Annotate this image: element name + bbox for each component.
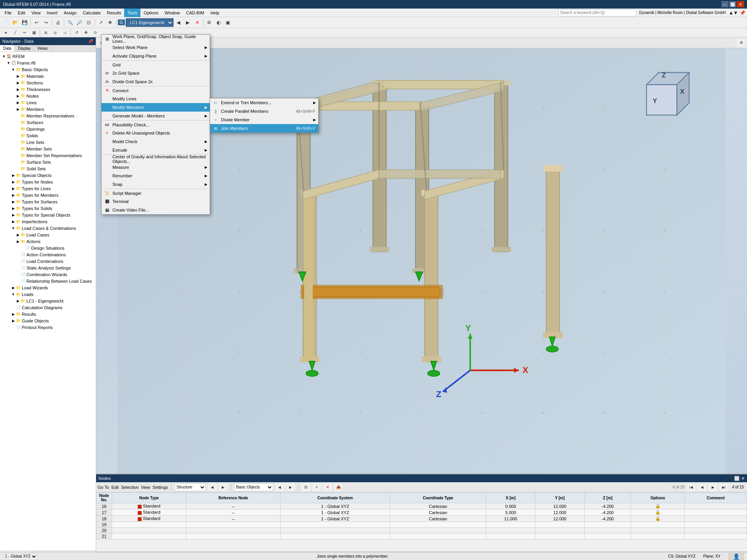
menu-clipping-plane[interactable]: Activate Clipping Plane ▶ — [102, 52, 210, 60]
nodes-export-btn[interactable]: 📤 — [334, 483, 343, 492]
menu-terminal[interactable]: ⬛ Terminal — [102, 197, 210, 206]
nodes-edit[interactable]: Edit — [111, 485, 119, 490]
nav-tab-views[interactable]: Views — [34, 45, 51, 52]
save-button[interactable]: 💾 — [20, 18, 29, 27]
nodes-next2-btn[interactable]: ▶ — [708, 483, 717, 492]
tree-types-lines[interactable]: ▶ 📁 Types for Lines — [1, 185, 95, 192]
tree-results[interactable]: ▶ 📁 Results — [1, 311, 95, 317]
tree-line-sets[interactable]: 📁 Line Sets — [1, 139, 95, 145]
nodes-first-btn[interactable]: |◀ — [687, 483, 695, 492]
tree-arrow-rlc[interactable] — [16, 279, 20, 284]
menu-2x-grid[interactable]: 2x 2x Grid Space — [102, 69, 210, 77]
nodes-settings[interactable]: Settings — [153, 485, 168, 490]
menu-insert[interactable]: Insert — [44, 9, 61, 17]
tree-arrow-types-members[interactable]: ▶ — [11, 193, 16, 198]
nodes-add-btn[interactable]: + — [312, 483, 321, 492]
tree-types-members[interactable]: ▶ 📁 Types for Members — [1, 192, 95, 198]
pan-btn[interactable]: ✥ — [82, 28, 90, 37]
menu-model-check[interactable]: Model Check ▶ — [102, 137, 210, 146]
tree-arrow-pr[interactable] — [11, 325, 16, 330]
tree-types-solids[interactable]: ▶ 📁 Types for Solids — [1, 205, 95, 212]
nodes-delete-btn[interactable]: ✕ — [323, 483, 332, 492]
nodes-bo-next-btn[interactable]: ▶ — [286, 483, 295, 492]
tree-arrow-lc1[interactable]: ▶ — [16, 299, 20, 303]
tree-loads[interactable]: ▼ 📁 Loads — [1, 291, 95, 298]
tree-arrow-cw[interactable] — [16, 272, 20, 277]
nodes-structure-dropdown[interactable]: Structure — [175, 483, 206, 491]
tree-arrow-lines[interactable]: ▶ — [16, 100, 20, 105]
nodes-basic-objects-dropdown[interactable]: Basic Objects — [234, 483, 273, 491]
surface-tool[interactable]: ▦ — [30, 28, 38, 37]
tree-load-cases[interactable]: ▶ 📁 Load Cases — [1, 231, 95, 238]
tree-solids[interactable]: 📁 Solids — [1, 132, 95, 139]
menu-extrude[interactable]: Extrude ▶ — [102, 146, 210, 154]
tree-arrow-openings[interactable] — [16, 127, 20, 131]
tree-load-cases-comb[interactable]: ▼ 📁 Load Cases & Combinations — [1, 225, 95, 231]
menu-calculate[interactable]: Calculate — [80, 9, 104, 17]
minimize-button[interactable]: — — [721, 1, 728, 7]
tree-types-special[interactable]: ▶ 📁 Types for Special Objects — [1, 212, 95, 218]
nodes-bo-prev-btn[interactable]: ◀ — [275, 483, 284, 492]
view-settings-btn[interactable]: ⚙ — [205, 18, 214, 27]
tree-arrow-member-reps[interactable] — [16, 114, 20, 118]
menu-modify-members[interactable]: Modify Members ▶ — [102, 103, 210, 112]
menu-script-manager[interactable]: 📜 Script Manager — [102, 189, 210, 197]
table-row[interactable]: 16 Standard -- 1 - Global XYZ Cartesian … — [96, 503, 747, 509]
tree-arrow-sa[interactable] — [16, 266, 20, 270]
table-row[interactable]: 18 Standard -- 1 - Global XYZ Cartesian … — [96, 516, 747, 522]
table-row[interactable]: 20 — [96, 528, 747, 534]
undo-button[interactable]: ↩ — [32, 18, 41, 27]
menu-center-gravity[interactable]: Center of Gravity and Information About … — [102, 154, 210, 163]
window-controls[interactable]: — ⬜ ✕ — [721, 1, 744, 7]
tree-arrow-member-sets[interactable] — [16, 147, 20, 151]
tree-materials[interactable]: ▶ 📁 Materials — [1, 73, 95, 79]
table-row[interactable]: 21 — [96, 534, 747, 539]
tree-types-nodes[interactable]: ▶ 📁 Types for Nodes — [1, 178, 95, 185]
menu-divide-member[interactable]: ÷ Divide Member ▶ — [210, 116, 318, 124]
print-button[interactable]: 🖨 — [54, 18, 62, 27]
nav-tab-display[interactable]: Display — [15, 45, 34, 52]
tree-arrow-actions[interactable]: ▶ — [16, 239, 20, 244]
tree-arrow-sections[interactable]: ▶ — [16, 80, 20, 85]
menu-create-video[interactable]: 🎬 Create Video File... — [102, 206, 210, 214]
tree-surface-sets[interactable]: 📁 Surface Sets — [1, 159, 95, 165]
tree-calc-diagrams[interactable]: 📄 Calculation Diagrams — [1, 304, 95, 311]
nodes-view[interactable]: View — [141, 485, 150, 490]
member-tool[interactable]: ═ — [20, 28, 29, 37]
menu-help[interactable]: Help — [207, 9, 223, 17]
menu-workplane[interactable]: ⊞ Work Plane, Grid/Snap, Object Snap, Gu… — [102, 35, 210, 43]
nodes-selection[interactable]: Selection — [121, 485, 139, 490]
tree-special-objects[interactable]: ▶ 📁 Special Objects — [1, 172, 95, 178]
tree-arrow-lcc[interactable]: ▼ — [11, 226, 16, 231]
node-tool[interactable]: ● — [2, 28, 10, 37]
maximize-button[interactable]: ⬜ — [729, 1, 736, 7]
table-row[interactable]: 19 — [96, 522, 747, 528]
tree-arrow-materials[interactable]: ▶ — [16, 74, 20, 79]
tree-member-sets[interactable]: 📁 Member Sets — [1, 145, 95, 152]
tree-arrow-cd[interactable] — [11, 305, 16, 310]
tree-arrow-lco[interactable] — [16, 259, 20, 264]
menu-tools[interactable]: Tools — [124, 9, 140, 17]
tree-design-situations[interactable]: 📄 Design Situations — [1, 245, 95, 251]
tree-arrow-types-special[interactable]: ▶ — [11, 213, 16, 217]
tree-arrow-solid-sets[interactable] — [16, 166, 20, 171]
zoom-out-button[interactable]: 🔎 — [75, 18, 84, 27]
tree-static-analysis[interactable]: 📄 Static Analysis Settings — [1, 264, 95, 271]
nodes-prev2-btn[interactable]: ◀ — [698, 483, 706, 492]
line-tool[interactable]: ╱ — [11, 28, 19, 37]
tree-rfem[interactable]: ▼ 🏠 RFEM — [1, 53, 95, 60]
tree-lines[interactable]: ▶ 📁 Lines — [1, 99, 95, 106]
menu-divide-grid[interactable]: 2x Divide Grid Space 2x — [102, 77, 210, 86]
tree-arrow-members[interactable]: ▶ — [16, 107, 20, 112]
menu-connect[interactable]: ✕ Connect — [102, 86, 210, 94]
move-button[interactable]: ✥ — [106, 18, 114, 27]
tree-arrow-thicknesses[interactable]: ▶ — [16, 87, 20, 92]
nodes-last-btn[interactable]: ▶| — [719, 483, 728, 492]
tree-basic-objects[interactable]: ▼ 📁 Basic Objects — [1, 66, 95, 73]
menu-generate-model[interactable]: Generate Model - Members ▶ — [102, 112, 210, 120]
snap-grid-btn[interactable]: ⊞ — [42, 28, 50, 37]
nav-tab-data[interactable]: Data — [0, 45, 15, 52]
menu-modify-lines[interactable]: Modify Lines — [102, 94, 210, 103]
tree-printout-reports[interactable]: 📄 Printout Reports — [1, 324, 95, 331]
tree-openings[interactable]: 📁 Openings — [1, 126, 95, 132]
